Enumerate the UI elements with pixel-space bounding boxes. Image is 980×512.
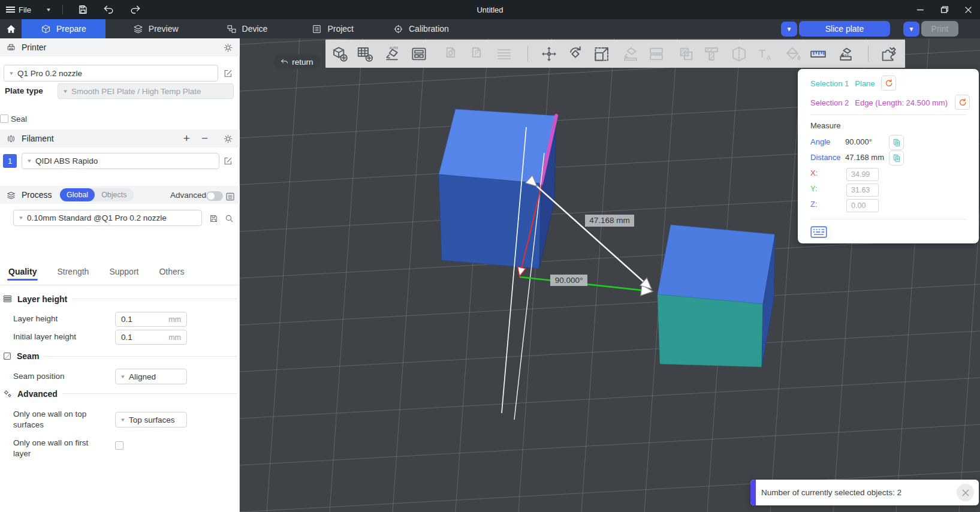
scale-icon[interactable] [593,45,611,63]
svg-text:90.000°: 90.000° [555,276,583,285]
add-plate-icon[interactable] [356,45,374,63]
chevron-down-icon: ▼ [8,71,14,76]
printer-section-header: Printer [0,38,240,56]
slice-plate-button[interactable]: Slice plate [799,21,890,37]
seam-icon [2,351,12,361]
layer-height-icon [2,294,13,304]
distance-label: Distance [810,153,841,162]
split-to-parts-icon [677,45,695,63]
print-dropdown-button[interactable]: ▼ [903,22,919,37]
reset-selection1-button[interactable] [881,76,896,91]
seal-checkbox[interactable] [0,115,8,123]
seam-position-select[interactable]: ▼ Aligned [115,369,187,384]
scope-global-button[interactable]: Global [60,188,95,201]
process-preset-select[interactable]: ▼ 0.10mm Standard @Q1 Pro 0.2 nozzle [13,210,202,226]
process-tabs: Quality Strength Support Others [8,267,184,276]
filament-settings-button[interactable] [222,132,234,144]
minimize-button[interactable] [908,0,932,19]
arrange-icon[interactable] [410,45,428,63]
printer-preset-select[interactable]: ▼ Q1 Pro 0.2 nozzle [4,65,218,82]
window-title: Untitled [0,5,980,14]
viewport-toolbar: AUTOPTa [325,40,905,68]
chevron-down-icon: ▼ [62,89,68,94]
z-label: Z: [810,200,818,209]
viewport-3d[interactable]: 47.168 mm 90.000° AUTOPTa return Selecti… [240,38,980,512]
one-wall-top-select[interactable]: ▼ Top surfaces [115,412,187,427]
edit-filament-button[interactable] [222,155,234,167]
y-input[interactable]: 31.63 [846,183,879,197]
save-preset-button[interactable] [207,212,219,224]
tab-others[interactable]: Others [159,267,184,276]
undo-button[interactable] [100,3,118,16]
menu-icon[interactable] [6,5,15,14]
one-wall-first-layer-checkbox[interactable] [115,441,123,450]
add-cube-icon[interactable] [331,45,349,63]
preview-icon [133,24,143,34]
reset-selection2-button[interactable] [955,95,970,110]
copy-distance-button[interactable] [889,150,904,165]
split-window-icon[interactable] [879,45,897,63]
process-list-button[interactable] [224,191,236,203]
initial-layer-height-input[interactable]: 0.1 mm [115,330,187,345]
fill-bed-icon [442,45,460,63]
printer-settings-button[interactable] [222,41,234,53]
home-button[interactable] [0,19,22,38]
auto-orient-icon[interactable]: AUTO [383,45,401,63]
maximize-button[interactable] [932,0,956,19]
advanced-section-title: Advanced [2,388,237,399]
edit-icon [223,156,233,166]
close-button[interactable] [956,0,980,19]
selection1-value: Plane [855,79,875,88]
print-button[interactable]: Print [921,21,958,37]
undo-icon [103,4,114,16]
tab-strength[interactable]: Strength [57,267,89,276]
z-input[interactable]: 0.00 [846,199,879,212]
tab-device[interactable]: Device [213,19,281,38]
advanced-switch[interactable] [206,191,223,201]
tab-calibration[interactable]: Calibration [380,19,462,38]
layer-height-input[interactable]: 0.1 mm [115,312,187,327]
measure-icon[interactable] [809,45,827,63]
filament-preset-select[interactable]: ▼ QIDI ABS Rapido [22,153,219,169]
tab-support[interactable]: Support [109,267,138,276]
remove-filament-button[interactable]: − [201,132,208,145]
notification-close-button[interactable] [957,484,974,501]
search-preset-button[interactable] [223,212,235,224]
plate-type-select[interactable]: ▼ Smooth PEI Plate / High Temp Plate [58,83,234,99]
assembly-icon[interactable] [837,45,855,63]
selected-plane[interactable] [658,294,763,367]
move-icon[interactable] [540,45,558,63]
scope-objects-button[interactable]: Objects [95,188,133,201]
rotate-icon[interactable] [566,45,584,63]
filament-slot-badge[interactable]: 1 [3,154,17,168]
cube-right[interactable] [658,225,775,367]
advanced-toggle-label: Advanced [170,191,206,200]
svg-text:T: T [759,47,766,60]
distance-badge: 47.168 mm [585,215,634,227]
split-to-objects-icon [647,45,665,63]
save-button[interactable] [74,3,92,16]
return-button[interactable]: return [273,55,320,69]
tab-preview[interactable]: Preview [120,19,192,38]
main-tab-bar: Prepare Preview Device Project Calibrati… [0,19,980,38]
keyboard-shortcuts-button[interactable] [810,226,827,238]
measure-panel: Selection 1 Plane Selection 2 Edge (Leng… [798,69,979,243]
chevron-down-icon[interactable]: ▼ [46,7,52,13]
add-filament-button[interactable]: + [183,132,190,145]
svg-text:a: a [767,53,771,61]
angle-badge: 90.000° [550,275,587,286]
notification-toast: Number of currently selected objects: 2 [750,480,979,505]
selection2-value: Edge (Length: 24.500 mm) [855,98,948,107]
sidebar: Printer ▼ Q1 Pro 0.2 nozzle Plate type ▼… [0,38,240,512]
selection1-label: Selection 1 [810,79,849,88]
x-input[interactable]: 34.99 [846,168,879,181]
tab-prepare[interactable]: Prepare [22,19,105,38]
slice-dropdown-button[interactable]: ▼ [781,22,797,37]
redo-button[interactable] [126,3,144,16]
tab-project[interactable]: Project [298,19,367,38]
copy-angle-button[interactable] [889,135,904,150]
edit-printer-button[interactable] [222,67,234,79]
tab-quality[interactable]: Quality [8,267,37,276]
file-menu[interactable]: File [19,5,31,14]
cube-left[interactable] [439,109,556,269]
